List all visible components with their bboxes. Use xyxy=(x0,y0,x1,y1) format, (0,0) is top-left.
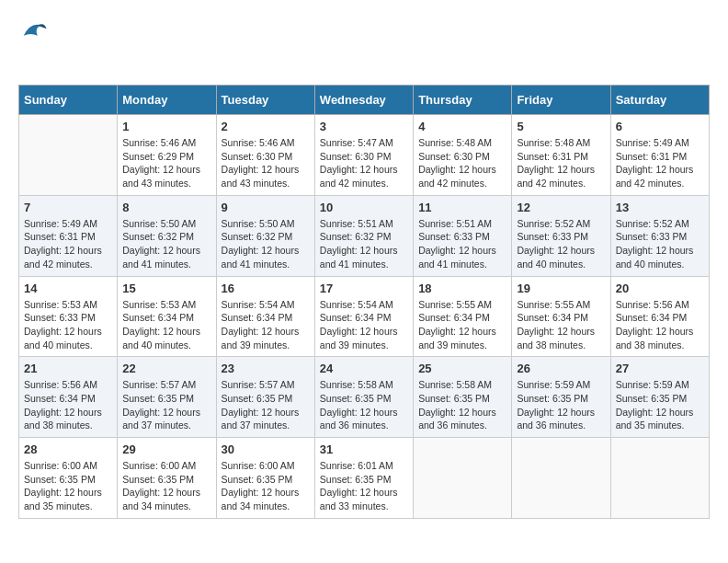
day-info: Sunrise: 5:51 AM Sunset: 6:32 PM Dayligh… xyxy=(320,217,408,271)
day-info: Sunrise: 6:00 AM Sunset: 6:35 PM Dayligh… xyxy=(24,459,112,513)
calendar-cell: 5Sunrise: 5:48 AM Sunset: 6:31 PM Daylig… xyxy=(512,115,610,196)
day-info: Sunrise: 5:48 AM Sunset: 6:30 PM Dayligh… xyxy=(418,136,506,190)
day-number: 14 xyxy=(24,282,112,295)
logo-bird-icon xyxy=(20,18,48,46)
day-number: 20 xyxy=(616,282,704,295)
calendar-cell: 9Sunrise: 5:50 AM Sunset: 6:32 PM Daylig… xyxy=(216,195,314,276)
calendar-cell: 21Sunrise: 5:56 AM Sunset: 6:34 PM Dayli… xyxy=(19,357,118,438)
calendar-cell: 4Sunrise: 5:48 AM Sunset: 6:30 PM Daylig… xyxy=(414,115,512,196)
day-number: 5 xyxy=(517,120,605,133)
calendar-cell: 11Sunrise: 5:51 AM Sunset: 6:33 PM Dayli… xyxy=(414,195,512,276)
day-number: 17 xyxy=(320,282,408,295)
col-header-thursday: Thursday xyxy=(414,86,512,115)
day-number: 10 xyxy=(320,201,408,214)
day-number: 16 xyxy=(222,282,310,295)
col-header-saturday: Saturday xyxy=(610,86,709,115)
day-info: Sunrise: 5:48 AM Sunset: 6:31 PM Dayligh… xyxy=(517,136,605,190)
day-number: 9 xyxy=(222,201,310,214)
calendar-cell: 20Sunrise: 5:56 AM Sunset: 6:34 PM Dayli… xyxy=(610,276,709,357)
day-number: 22 xyxy=(122,362,210,375)
day-number: 1 xyxy=(122,120,210,133)
day-number: 7 xyxy=(24,201,112,214)
calendar-cell: 16Sunrise: 5:54 AM Sunset: 6:34 PM Dayli… xyxy=(216,276,314,357)
day-number: 8 xyxy=(122,201,210,214)
day-info: Sunrise: 5:50 AM Sunset: 6:32 PM Dayligh… xyxy=(222,217,310,271)
day-info: Sunrise: 5:49 AM Sunset: 6:31 PM Dayligh… xyxy=(616,136,704,190)
calendar-week-row: 1Sunrise: 5:46 AM Sunset: 6:29 PM Daylig… xyxy=(19,115,710,196)
day-info: Sunrise: 5:59 AM Sunset: 6:35 PM Dayligh… xyxy=(616,378,704,432)
day-info: Sunrise: 6:00 AM Sunset: 6:35 PM Dayligh… xyxy=(222,459,310,513)
calendar-cell: 18Sunrise: 5:55 AM Sunset: 6:34 PM Dayli… xyxy=(414,276,512,357)
day-info: Sunrise: 5:46 AM Sunset: 6:29 PM Dayligh… xyxy=(122,136,210,190)
calendar-week-row: 14Sunrise: 5:53 AM Sunset: 6:33 PM Dayli… xyxy=(19,276,710,357)
day-number: 15 xyxy=(122,282,210,295)
calendar-week-row: 7Sunrise: 5:49 AM Sunset: 6:31 PM Daylig… xyxy=(19,195,710,276)
calendar-cell: 31Sunrise: 6:01 AM Sunset: 6:35 PM Dayli… xyxy=(314,438,413,519)
calendar-cell: 6Sunrise: 5:49 AM Sunset: 6:31 PM Daylig… xyxy=(610,115,709,196)
calendar-cell: 7Sunrise: 5:49 AM Sunset: 6:31 PM Daylig… xyxy=(19,195,118,276)
calendar-cell: 10Sunrise: 5:51 AM Sunset: 6:32 PM Dayli… xyxy=(314,195,413,276)
day-number: 31 xyxy=(320,442,408,456)
day-number: 21 xyxy=(24,362,112,375)
page-header xyxy=(18,18,710,75)
calendar-cell: 15Sunrise: 5:53 AM Sunset: 6:34 PM Dayli… xyxy=(118,276,216,357)
day-number: 24 xyxy=(320,362,408,375)
calendar-week-row: 28Sunrise: 6:00 AM Sunset: 6:35 PM Dayli… xyxy=(19,438,710,519)
day-number: 4 xyxy=(418,120,506,133)
day-info: Sunrise: 5:58 AM Sunset: 6:35 PM Dayligh… xyxy=(418,378,506,432)
day-number: 2 xyxy=(222,120,310,133)
calendar-cell: 2Sunrise: 5:46 AM Sunset: 6:30 PM Daylig… xyxy=(216,115,314,196)
calendar-table: SundayMondayTuesdayWednesdayThursdayFrid… xyxy=(18,85,710,519)
day-number: 25 xyxy=(418,362,506,375)
calendar-cell: 17Sunrise: 5:54 AM Sunset: 6:34 PM Dayli… xyxy=(314,276,413,357)
day-info: Sunrise: 5:46 AM Sunset: 6:30 PM Dayligh… xyxy=(222,136,310,190)
day-info: Sunrise: 5:52 AM Sunset: 6:33 PM Dayligh… xyxy=(616,217,704,271)
col-header-sunday: Sunday xyxy=(19,86,118,115)
day-number: 18 xyxy=(418,282,506,295)
calendar-cell xyxy=(512,438,610,519)
calendar-cell: 30Sunrise: 6:00 AM Sunset: 6:35 PM Dayli… xyxy=(216,438,314,519)
col-header-tuesday: Tuesday xyxy=(216,86,314,115)
col-header-monday: Monday xyxy=(118,86,216,115)
calendar-cell: 12Sunrise: 5:52 AM Sunset: 6:33 PM Dayli… xyxy=(512,195,610,276)
day-number: 27 xyxy=(616,362,704,375)
day-info: Sunrise: 5:52 AM Sunset: 6:33 PM Dayligh… xyxy=(517,217,605,271)
calendar-cell: 29Sunrise: 6:00 AM Sunset: 6:35 PM Dayli… xyxy=(118,438,216,519)
day-info: Sunrise: 5:58 AM Sunset: 6:35 PM Dayligh… xyxy=(320,378,408,432)
calendar-week-row: 21Sunrise: 5:56 AM Sunset: 6:34 PM Dayli… xyxy=(19,357,710,438)
calendar-cell: 28Sunrise: 6:00 AM Sunset: 6:35 PM Dayli… xyxy=(19,438,118,519)
day-number: 6 xyxy=(616,120,704,133)
calendar-cell: 19Sunrise: 5:55 AM Sunset: 6:34 PM Dayli… xyxy=(512,276,610,357)
calendar-header-row: SundayMondayTuesdayWednesdayThursdayFrid… xyxy=(19,86,710,115)
calendar-cell: 1Sunrise: 5:46 AM Sunset: 6:29 PM Daylig… xyxy=(118,115,216,196)
col-header-wednesday: Wednesday xyxy=(314,86,413,115)
day-number: 19 xyxy=(517,282,605,295)
calendar-cell: 23Sunrise: 5:57 AM Sunset: 6:35 PM Dayli… xyxy=(216,357,314,438)
calendar-cell: 8Sunrise: 5:50 AM Sunset: 6:32 PM Daylig… xyxy=(118,195,216,276)
day-number: 28 xyxy=(24,442,112,456)
day-info: Sunrise: 6:01 AM Sunset: 6:35 PM Dayligh… xyxy=(320,459,408,513)
day-number: 30 xyxy=(222,442,310,456)
day-info: Sunrise: 5:59 AM Sunset: 6:35 PM Dayligh… xyxy=(517,378,605,432)
day-info: Sunrise: 5:56 AM Sunset: 6:34 PM Dayligh… xyxy=(24,378,112,432)
col-header-friday: Friday xyxy=(512,86,610,115)
day-info: Sunrise: 5:54 AM Sunset: 6:34 PM Dayligh… xyxy=(222,298,310,352)
day-info: Sunrise: 5:53 AM Sunset: 6:33 PM Dayligh… xyxy=(24,298,112,352)
day-number: 26 xyxy=(517,362,605,375)
day-number: 11 xyxy=(418,201,506,214)
day-info: Sunrise: 5:47 AM Sunset: 6:30 PM Dayligh… xyxy=(320,136,408,190)
calendar-cell: 27Sunrise: 5:59 AM Sunset: 6:35 PM Dayli… xyxy=(610,357,709,438)
logo xyxy=(18,18,48,75)
day-info: Sunrise: 5:55 AM Sunset: 6:34 PM Dayligh… xyxy=(517,298,605,352)
day-number: 12 xyxy=(517,201,605,214)
day-number: 23 xyxy=(222,362,310,375)
day-info: Sunrise: 5:57 AM Sunset: 6:35 PM Dayligh… xyxy=(122,378,210,432)
calendar-cell: 14Sunrise: 5:53 AM Sunset: 6:33 PM Dayli… xyxy=(19,276,118,357)
calendar-cell xyxy=(19,115,118,196)
calendar-cell: 13Sunrise: 5:52 AM Sunset: 6:33 PM Dayli… xyxy=(610,195,709,276)
day-info: Sunrise: 5:49 AM Sunset: 6:31 PM Dayligh… xyxy=(24,217,112,271)
day-info: Sunrise: 6:00 AM Sunset: 6:35 PM Dayligh… xyxy=(122,459,210,513)
calendar-cell: 26Sunrise: 5:59 AM Sunset: 6:35 PM Dayli… xyxy=(512,357,610,438)
day-info: Sunrise: 5:50 AM Sunset: 6:32 PM Dayligh… xyxy=(122,217,210,271)
day-info: Sunrise: 5:55 AM Sunset: 6:34 PM Dayligh… xyxy=(418,298,506,352)
